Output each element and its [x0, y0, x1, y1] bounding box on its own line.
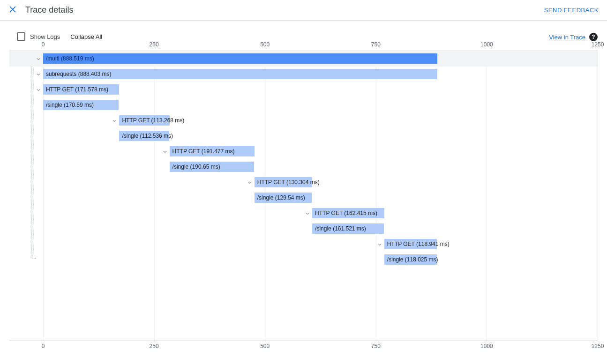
axis-tick-label: 1000: [480, 41, 493, 48]
axis-tick-label: 250: [150, 343, 159, 349]
axis-bottom: 025050075010001250: [9, 343, 598, 352]
span-row: /single (129.54 ms): [9, 190, 598, 206]
header-bar: Trace details SEND FEEDBACK: [0, 0, 607, 21]
axis-tick-label: 0: [42, 41, 45, 48]
span-label: /single (118.025 ms): [387, 256, 438, 263]
span-label: /multi (888.519 ms): [46, 55, 94, 62]
span-label: /single (170.59 ms): [46, 102, 94, 108]
span-label: HTTP GET (118.941 ms): [387, 241, 450, 247]
page-title: Trace details: [25, 5, 73, 15]
chevron-down-icon[interactable]: [304, 210, 311, 217]
span-bar[interactable]: /single (170.59 ms): [43, 100, 119, 110]
chevron-down-icon[interactable]: [246, 179, 254, 186]
span-row: /single (190.65 ms): [9, 159, 598, 175]
axis-tick-label: 1250: [592, 41, 604, 48]
send-feedback-button[interactable]: SEND FEEDBACK: [544, 7, 599, 14]
span-bar[interactable]: /single (129.54 ms): [255, 193, 312, 203]
toolbar: Show Logs Collapse All View in Trace ?: [0, 21, 607, 39]
span-row: HTTP GET (171.578 ms): [9, 82, 598, 97]
span-row: /multi (888.519 ms): [9, 51, 598, 67]
axis-top: 025050075010001250: [9, 41, 598, 51]
span-bar[interactable]: /single (161.521 ms): [312, 223, 384, 234]
span-label: HTTP GET (113.268 ms): [122, 117, 184, 124]
trace-waterfall-chart: 025050075010001250 /multi (888.519 ms)su…: [9, 41, 598, 350]
close-icon: [9, 6, 16, 15]
chevron-down-icon[interactable]: [111, 117, 118, 125]
span-bar[interactable]: /single (112.536 ms): [119, 131, 169, 141]
span-label: HTTP GET (162.415 ms): [315, 210, 377, 216]
span-row: HTTP GET (118.941 ms): [9, 237, 598, 252]
chevron-down-icon[interactable]: [35, 55, 42, 63]
axis-tick-label: 500: [260, 343, 270, 349]
axis-tick-label: 750: [371, 343, 381, 349]
axis-tick-label: 1250: [592, 343, 604, 349]
span-row: /single (161.521 ms): [9, 221, 598, 237]
help-icon[interactable]: ?: [589, 33, 598, 41]
span-bar[interactable]: subrequests (888.403 ms): [43, 69, 437, 79]
span-row: /single (112.536 ms): [9, 128, 598, 144]
span-bar[interactable]: HTTP GET (171.578 ms): [43, 84, 119, 95]
span-bar[interactable]: /multi (888.519 ms): [43, 53, 437, 64]
axis-tick-label: 0: [42, 343, 45, 349]
chevron-down-icon[interactable]: [376, 241, 383, 248]
view-in-trace-link[interactable]: View in Trace: [549, 34, 585, 41]
axis-tick-label: 750: [371, 41, 381, 48]
axis-tick-label: 250: [150, 41, 159, 48]
collapse-all-button[interactable]: Collapse All: [70, 33, 102, 40]
show-logs-label: Show Logs: [30, 33, 60, 40]
span-row: HTTP GET (130.304 ms): [9, 175, 598, 190]
axis-tick-label: 1000: [480, 343, 493, 349]
chevron-down-icon[interactable]: [161, 148, 169, 156]
span-bar[interactable]: HTTP GET (130.304 ms): [255, 177, 312, 187]
span-label: /single (112.536 ms): [122, 133, 173, 139]
span-label: /single (161.521 ms): [315, 225, 366, 232]
span-row: subrequests (888.403 ms): [9, 67, 598, 82]
span-bar[interactable]: HTTP GET (162.415 ms): [312, 208, 384, 218]
span-row: HTTP GET (113.268 ms): [9, 113, 598, 128]
span-row: /single (170.59 ms): [9, 97, 598, 113]
span-bar[interactable]: /single (190.65 ms): [170, 162, 254, 172]
gridline: [598, 51, 598, 341]
span-row: HTTP GET (191.477 ms): [9, 144, 598, 159]
span-label: /single (129.54 ms): [257, 194, 305, 201]
chevron-down-icon[interactable]: [35, 71, 42, 78]
span-label: HTTP GET (171.578 ms): [46, 86, 108, 93]
span-bar[interactable]: HTTP GET (118.941 ms): [384, 239, 437, 249]
show-logs-checkbox[interactable]: [17, 32, 25, 41]
span-bar[interactable]: HTTP GET (113.268 ms): [119, 115, 169, 126]
span-label: /single (190.65 ms): [172, 163, 220, 170]
plot-area: /multi (888.519 ms)subrequests (888.403 …: [9, 51, 598, 341]
span-bar[interactable]: /single (118.025 ms): [384, 254, 437, 265]
axis-tick-label: 500: [260, 41, 270, 48]
span-row: HTTP GET (162.415 ms): [9, 206, 598, 221]
span-row: /single (118.025 ms): [9, 252, 598, 267]
span-label: HTTP GET (130.304 ms): [257, 179, 320, 186]
close-button[interactable]: [5, 2, 21, 18]
span-label: HTTP GET (191.477 ms): [172, 148, 235, 155]
span-label: subrequests (888.403 ms): [46, 71, 111, 77]
span-bar[interactable]: HTTP GET (191.477 ms): [170, 146, 255, 156]
chevron-down-icon[interactable]: [35, 86, 42, 94]
